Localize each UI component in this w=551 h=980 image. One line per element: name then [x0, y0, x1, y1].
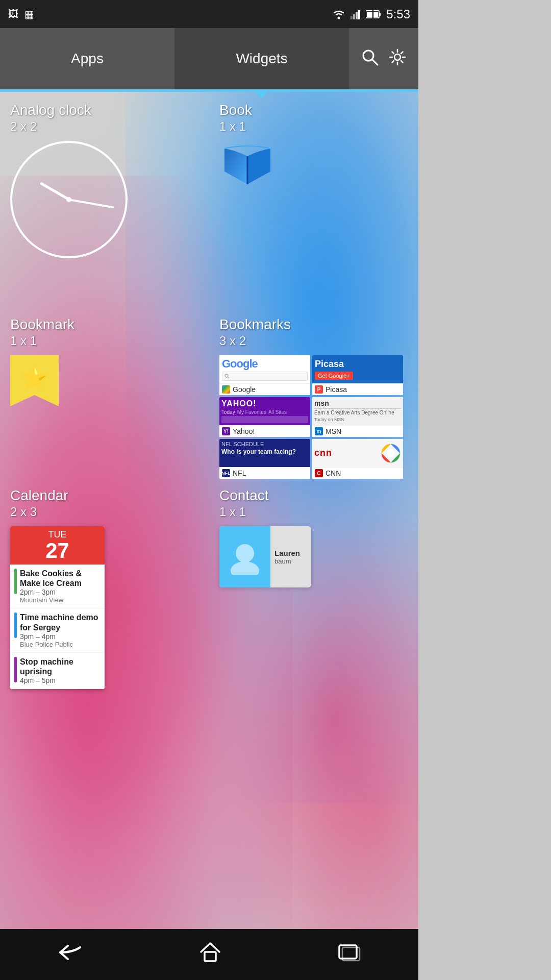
- event-bar-2: [14, 612, 17, 638]
- recents-icon: [337, 943, 361, 962]
- bookmarks-size: 3 x 2: [219, 334, 403, 348]
- event-loc-1: Mountain View: [20, 596, 101, 604]
- event-title-2: Time machine demo for Sergey: [20, 612, 101, 632]
- bookmark-tile-cnn[interactable]: cnn C CNN: [312, 439, 403, 479]
- svg-rect-6: [379, 13, 381, 16]
- image-icon: 🖼: [8, 8, 18, 20]
- tab-actions: [349, 28, 418, 89]
- bookmark-widget[interactable]: Bookmark 1 x 1 ⭐: [10, 316, 74, 406]
- event-text-2: Time machine demo for Sergey 3pm – 4pm B…: [20, 612, 101, 648]
- event-time-2: 3pm – 4pm: [20, 632, 101, 641]
- bookmark-tile-msn[interactable]: msn Earn a Creative Arts Degree Online T…: [312, 397, 403, 437]
- wifi-icon: [332, 9, 345, 19]
- book-icon: [219, 141, 276, 192]
- bookmarks-widget[interactable]: Bookmarks 3 x 2 Google Google Picas: [219, 316, 403, 479]
- event-bar-1: [14, 569, 17, 594]
- bookmark-tile-google[interactable]: Google Google: [219, 355, 310, 395]
- event-title-3: Stop machine uprising: [20, 657, 101, 676]
- svg-rect-4: [358, 10, 360, 19]
- contact-avatar: [219, 526, 270, 587]
- analog-clock-title: Analog clock: [10, 102, 128, 118]
- bookmarks-grid: Google Google Picasa Get Google+ P: [219, 355, 403, 479]
- settings-button[interactable]: [389, 48, 406, 69]
- bookmarks-title: Bookmarks: [219, 316, 403, 333]
- nfl-bookmark-label: NFL: [233, 469, 246, 477]
- event-time-1: 2pm – 3pm: [20, 588, 101, 596]
- clock-center: [66, 197, 71, 202]
- back-button[interactable]: [42, 938, 98, 971]
- bookmark-tile-yahoo[interactable]: YAHOO! Today My Favorites All Sites Y! Y…: [219, 397, 310, 437]
- event-bar-3: [14, 657, 17, 682]
- svg-point-11: [394, 54, 400, 60]
- svg-line-18: [401, 52, 403, 54]
- cnn-bookmark-label: CNN: [325, 469, 341, 477]
- svg-line-19: [392, 61, 394, 63]
- calendar-inner: TUE 27 Bake Cookies & Make Ice Cream 2pm…: [10, 526, 105, 689]
- svg-rect-29: [205, 952, 216, 961]
- status-right-icons: 5:53: [332, 7, 410, 21]
- tab-widgets[interactable]: Widgets: [174, 28, 349, 89]
- bookmark-widget-title: Bookmark: [10, 316, 74, 333]
- recents-button[interactable]: [322, 938, 376, 971]
- event-text-3: Stop machine uprising 4pm – 5pm: [20, 657, 101, 684]
- calendar-event-1: Bake Cookies & Make Ice Cream 2pm – 3pm …: [10, 565, 105, 608]
- search-button[interactable]: [361, 48, 379, 69]
- contact-widget[interactable]: Contact 1 x 1 Lauren baum: [219, 487, 311, 587]
- svg-rect-1: [350, 16, 353, 19]
- battery-icon: [366, 10, 381, 19]
- tab-bar: Apps Widgets: [0, 28, 418, 89]
- svg-point-23: [225, 374, 228, 377]
- calendar-event-2: Time machine demo for Sergey 3pm – 4pm B…: [10, 608, 105, 652]
- minute-hand: [69, 199, 114, 209]
- svg-point-26: [387, 449, 395, 457]
- back-arrow-icon: [58, 943, 83, 962]
- bookmark-tile-picasa[interactable]: Picasa Get Google+ P Picasa: [312, 355, 403, 395]
- calendar-header: TUE 27: [10, 526, 105, 565]
- svg-rect-3: [356, 12, 358, 19]
- widgets-area: Analog clock 2 x 2 Book 1 x 1: [0, 92, 418, 929]
- gear-icon: [389, 48, 406, 66]
- signal-icon: [350, 9, 361, 19]
- event-loc-2: Blue Police Public: [20, 641, 101, 648]
- contact-size: 1 x 1: [219, 505, 311, 519]
- svg-line-16: [392, 52, 394, 54]
- svg-line-24: [228, 377, 230, 379]
- event-time-3: 4pm – 5pm: [20, 676, 101, 684]
- picasa-bookmark-label: Picasa: [325, 385, 347, 394]
- home-icon: [198, 941, 222, 964]
- event-text-1: Bake Cookies & Make Ice Cream 2pm – 3pm …: [20, 569, 101, 604]
- svg-point-0: [338, 16, 340, 19]
- calendar-event-3: Stop machine uprising 4pm – 5pm: [10, 653, 105, 689]
- calendar-events: Bake Cookies & Make Ice Cream 2pm – 3pm …: [10, 565, 105, 689]
- contact-info: Lauren baum: [270, 545, 304, 569]
- tab-apps[interactable]: Apps: [0, 28, 174, 89]
- book-title: Book: [219, 102, 276, 118]
- hour-hand: [39, 182, 69, 201]
- svg-rect-2: [353, 14, 355, 19]
- barcode-icon: ▦: [24, 8, 34, 20]
- status-bar: 🖼 ▦ 5:53: [0, 0, 418, 28]
- svg-line-17: [401, 61, 403, 63]
- svg-point-28: [231, 561, 259, 575]
- tab-indicator: [0, 89, 418, 92]
- calendar-widget[interactable]: Calendar 2 x 3 TUE 27 Bake Cookies & Mak…: [10, 487, 105, 689]
- search-icon: [361, 48, 379, 66]
- bookmark-tile-nfl[interactable]: NFL SCHEDULE Who is your team facing? NF…: [219, 439, 310, 479]
- home-button[interactable]: [183, 936, 237, 973]
- contact-name: Lauren: [274, 549, 300, 557]
- calendar-date: 27: [13, 540, 102, 561]
- calendar-size: 2 x 3: [10, 505, 105, 519]
- book-size: 1 x 1: [219, 119, 276, 134]
- tab-apps-label: Apps: [71, 51, 104, 67]
- analog-clock-size: 2 x 2: [10, 119, 128, 134]
- svg-point-27: [236, 544, 254, 562]
- msn-bookmark-label: MSN: [325, 427, 341, 435]
- contact-title: Contact: [219, 487, 311, 504]
- clock-face: [10, 141, 128, 258]
- status-time: 5:53: [386, 7, 410, 21]
- analog-clock-widget[interactable]: Analog clock 2 x 2: [10, 102, 128, 258]
- calendar-title: Calendar: [10, 487, 105, 504]
- event-title-1: Bake Cookies & Make Ice Cream: [20, 569, 101, 588]
- svg-line-10: [372, 59, 378, 65]
- book-widget[interactable]: Book 1 x 1: [219, 102, 276, 194]
